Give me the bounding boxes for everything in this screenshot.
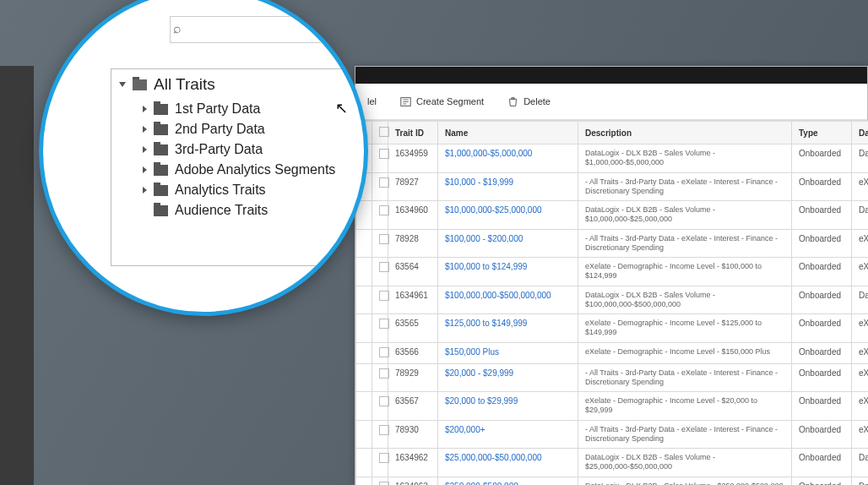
cell-data-source: eXelate	[852, 343, 868, 363]
trait-link[interactable]: $125,000 to $149,999	[445, 319, 527, 328]
cell-description: - All Traits - 3rd-Party Data - eXelate …	[578, 364, 791, 392]
tree-item[interactable]: 1st Party Data	[143, 99, 355, 119]
row-checkbox[interactable]	[372, 286, 388, 314]
checkbox-icon	[379, 262, 389, 272]
row-pad	[356, 477, 372, 486]
col-type[interactable]: Type	[792, 121, 851, 144]
folder-icon	[154, 165, 168, 176]
tree-item[interactable]: Adobe Analytics Segments	[143, 160, 355, 180]
trait-link[interactable]: $25,000,000-$50,000,000	[445, 453, 542, 462]
cell-trait-id: 1634963	[388, 477, 437, 486]
row-checkbox[interactable]	[372, 173, 388, 201]
cell-trait-id: 1634962	[388, 449, 437, 477]
tree-item-label: 2nd Party Data	[175, 122, 265, 137]
table-row[interactable]: 63565$125,000 to $149,999eXelate - Demog…	[356, 314, 868, 342]
cell-description: eXelate - Demographic - Income Level - $…	[578, 314, 791, 342]
cell-trait-id: 78929	[388, 364, 437, 392]
cell-trait-id: 63567	[388, 392, 437, 420]
checkbox-icon	[379, 319, 389, 329]
tree-item[interactable]: Analytics Traits	[143, 180, 355, 200]
row-checkbox[interactable]	[372, 392, 388, 420]
table-row[interactable]: 78929$20,000 - $29,999- All Traits - 3rd…	[356, 364, 868, 392]
row-checkbox[interactable]	[372, 230, 388, 258]
checkbox-icon	[379, 482, 389, 486]
cell-data-source: DataLogi	[852, 144, 868, 172]
table-row[interactable]: 1634962$25,000,000-$50,000,000DataLogix …	[356, 449, 868, 477]
create-segment-button[interactable]: Create Segment	[400, 96, 484, 107]
table-row[interactable]: 63567$20,000 to $29,999eXelate - Demogra…	[356, 392, 868, 420]
row-checkbox[interactable]	[372, 258, 388, 286]
table-row[interactable]: 78930$200,000+- All Traits - 3rd-Party D…	[356, 421, 868, 449]
row-checkbox[interactable]	[372, 144, 388, 172]
folder-icon	[154, 185, 168, 196]
row-pad	[356, 392, 372, 420]
row-checkbox[interactable]	[372, 314, 388, 342]
tree-item[interactable]: 2nd Party Data	[143, 119, 355, 139]
create-segment-label: Create Segment	[416, 96, 484, 106]
cell-type: Onboarded	[792, 258, 851, 286]
row-checkbox[interactable]	[372, 201, 388, 229]
row-checkbox[interactable]	[372, 364, 388, 392]
col-check[interactable]	[372, 121, 388, 144]
create-model-button[interactable]: lel	[367, 96, 377, 106]
cell-name: $100,000 to $124,999	[438, 258, 578, 286]
trait-link[interactable]: $100,000 to $124,999	[445, 262, 527, 271]
row-pad	[356, 286, 372, 314]
cell-data-source: DataLogi	[852, 449, 868, 477]
cell-name: $100,000,000-$500,000,000	[438, 286, 578, 314]
trait-link[interactable]: $20,000 to $29,999	[445, 396, 518, 406]
trait-link[interactable]: $20,000 - $29,999	[445, 368, 513, 378]
row-pad	[356, 449, 372, 477]
search-input[interactable]	[170, 16, 340, 43]
trait-link[interactable]: $10,000 - $19,999	[445, 177, 513, 187]
cell-data-source: DataLogi	[852, 477, 868, 486]
table-row[interactable]: 1634961$100,000,000-$500,000,000DataLogi…	[356, 286, 868, 314]
trait-link[interactable]: $200,000+	[445, 425, 486, 434]
cell-name: $125,000 to $149,999	[438, 314, 578, 342]
traits-panel: lel Create Segment Delete Trait ID Name	[355, 66, 868, 485]
folder-open-icon	[133, 79, 147, 90]
row-pad	[356, 343, 372, 363]
table-row[interactable]: 1634960$10,000,000-$25,000,000DataLogix …	[356, 201, 868, 229]
cell-description: DataLogix - DLX B2B - Sales Volume - $1,…	[578, 144, 791, 172]
tree-item[interactable]: 3rd-Party Data	[143, 139, 355, 160]
row-checkbox[interactable]	[372, 477, 388, 486]
trait-link[interactable]: $150,000 Plus	[445, 347, 499, 357]
col-trait-id[interactable]: Trait ID	[388, 121, 437, 144]
model-label: lel	[367, 96, 377, 106]
cell-type: Onboarded	[792, 230, 851, 258]
trait-link[interactable]: $1,000,000-$5,000,000	[445, 149, 532, 158]
checkbox-icon	[379, 234, 389, 244]
trait-link[interactable]: $100,000 - $200,000	[445, 234, 523, 243]
tree-root-all-traits[interactable]: All Traits	[119, 75, 355, 94]
cell-name: $20,000 - $29,999	[438, 364, 578, 392]
table-row[interactable]: 63566$150,000 PluseXelate - Demographic …	[356, 343, 868, 363]
col-description[interactable]: Description	[578, 121, 791, 144]
trait-link[interactable]: $100,000,000-$500,000,000	[445, 291, 551, 300]
tree-item[interactable]: Audience Traits	[143, 200, 355, 221]
row-checkbox[interactable]	[372, 343, 388, 363]
checkbox-icon	[379, 368, 389, 379]
cell-description: eXelate - Demographic - Income Level - $…	[578, 392, 791, 420]
cell-trait-id: 63564	[388, 258, 437, 286]
table-row[interactable]: 63564$100,000 to $124,999eXelate - Demog…	[356, 258, 868, 286]
col-data-source[interactable]: Data Sou	[852, 121, 868, 144]
app-header-bar	[355, 67, 867, 84]
row-checkbox[interactable]	[372, 449, 388, 477]
table-row[interactable]: 1634963$250,000-$500,000DataLogix - DLX …	[356, 477, 868, 486]
traits-table: Trait ID Name Description Type Data Sou …	[355, 120, 868, 485]
cell-data-source: eXelate	[852, 258, 868, 286]
cell-type: Onboarded	[792, 201, 851, 229]
delete-button[interactable]: Delete	[507, 96, 551, 107]
caret-right-icon	[143, 146, 147, 153]
cell-name: $25,000,000-$50,000,000	[438, 449, 578, 477]
table-row[interactable]: 78928$100,000 - $200,000- All Traits - 3…	[356, 230, 868, 258]
folder-icon	[154, 124, 168, 135]
trait-link[interactable]: $250,000-$500,000	[445, 482, 518, 486]
trait-link[interactable]: $10,000,000-$25,000,000	[445, 205, 542, 215]
table-row[interactable]: 1634959$1,000,000-$5,000,000DataLogix - …	[356, 144, 868, 172]
table-row[interactable]: 78927$10,000 - $19,999- All Traits - 3rd…	[356, 173, 868, 201]
row-checkbox[interactable]	[372, 421, 388, 449]
cell-trait-id: 63566	[388, 343, 437, 363]
col-name[interactable]: Name	[438, 121, 578, 144]
